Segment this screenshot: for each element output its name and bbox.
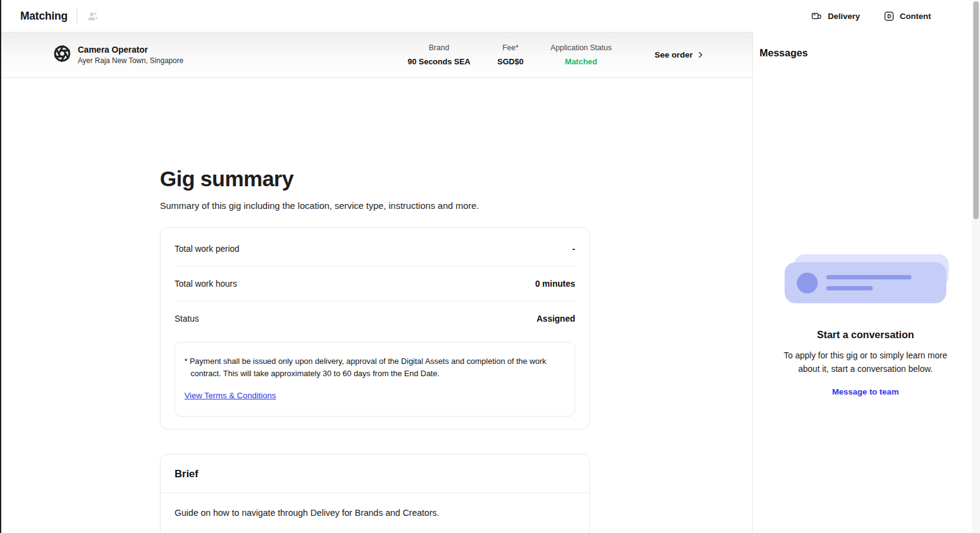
gig-header: Camera Operator Ayer Raja New Town, Sing… bbox=[1, 32, 752, 78]
brief-card: Brief Guide on how to navigate through D… bbox=[160, 454, 590, 533]
brief-description: Guide on how to navigate through Delivey… bbox=[175, 508, 575, 518]
gig-summary-section: Gig summary Summary of this gig includin… bbox=[1, 78, 591, 533]
meta-brand: Brand 90 Seconds SEA bbox=[407, 43, 470, 66]
messages-empty-state: Start a conversation To apply for this g… bbox=[760, 262, 971, 396]
scrollbar-track[interactable] bbox=[972, 0, 980, 533]
messages-panel: Messages Start a conversation To apply f… bbox=[753, 32, 980, 533]
page-tab-matching: Matching bbox=[20, 10, 67, 23]
nav-content[interactable]: Content bbox=[883, 10, 931, 22]
gig-identity: Camera Operator Ayer Raja New Town, Sing… bbox=[53, 45, 183, 65]
row-label: Status bbox=[175, 314, 199, 323]
meta-brand-label: Brand bbox=[407, 43, 470, 52]
row-value: - bbox=[572, 244, 575, 254]
chevron-right-icon bbox=[696, 51, 704, 59]
messages-title: Messages bbox=[760, 47, 971, 59]
text-line bbox=[826, 275, 911, 279]
text-lines bbox=[826, 275, 911, 290]
nav-delivery-label: Delivery bbox=[827, 12, 860, 21]
row-label: Total work hours bbox=[175, 279, 237, 289]
content-play-icon bbox=[883, 10, 895, 22]
gig-title: Camera Operator bbox=[78, 45, 183, 55]
topbar-divider bbox=[77, 9, 77, 23]
payment-note-text: * Payment shall be issued only upon deli… bbox=[184, 355, 565, 380]
empty-state-body: To apply for this gig or to simply learn… bbox=[780, 349, 951, 376]
page-title: Gig summary bbox=[160, 167, 591, 191]
top-bar: Matching Delivery bbox=[1, 0, 980, 32]
meta-fee: Fee* SGD$0 bbox=[497, 43, 524, 66]
row-value: 0 minutes bbox=[535, 279, 575, 289]
app-window: Matching Delivery bbox=[0, 0, 980, 533]
main-panel: Camera Operator Ayer Raja New Town, Sing… bbox=[1, 32, 753, 533]
people-icon[interactable] bbox=[86, 10, 99, 23]
message-to-team-link[interactable]: Message to team bbox=[832, 387, 899, 396]
text-line bbox=[826, 286, 873, 290]
meta-application-status: Application Status Matched bbox=[551, 43, 612, 66]
gig-location: Ayer Raja New Town, Singapore bbox=[78, 56, 183, 65]
topbar-nav: Delivery Content bbox=[811, 10, 931, 22]
nav-delivery[interactable]: Delivery bbox=[811, 10, 860, 22]
meta-fee-value: SGD$0 bbox=[497, 57, 524, 66]
row-label: Total work period bbox=[175, 244, 239, 254]
brief-title: Brief bbox=[160, 455, 589, 493]
gig-meta: Brand 90 Seconds SEA Fee* SGD$0 Applicat… bbox=[407, 43, 704, 66]
meta-status-label: Application Status bbox=[551, 43, 612, 52]
meta-brand-value: 90 Seconds SEA bbox=[407, 57, 470, 66]
summary-card: Total work period - Total work hours 0 m… bbox=[160, 227, 590, 429]
page-subtitle: Summary of this gig including the locati… bbox=[160, 200, 591, 211]
see-order-button[interactable]: See order bbox=[655, 50, 704, 59]
delivery-truck-icon bbox=[811, 10, 823, 22]
nav-content-label: Content bbox=[900, 12, 931, 21]
meta-fee-label: Fee* bbox=[497, 43, 524, 52]
row-value: Assigned bbox=[537, 314, 575, 323]
status-badge: Matched bbox=[551, 57, 612, 66]
avatar bbox=[797, 273, 818, 293]
brief-body: Guide on how to navigate through Delivey… bbox=[160, 493, 589, 533]
summary-row-status: Status Assigned bbox=[175, 301, 575, 336]
terms-conditions-link[interactable]: View Terms & Conditions bbox=[184, 391, 276, 400]
empty-state-heading: Start a conversation bbox=[817, 329, 914, 341]
aperture-icon bbox=[53, 45, 71, 65]
chat-bubble-illustration bbox=[785, 262, 946, 303]
summary-row-work-period: Total work period - bbox=[175, 232, 575, 266]
summary-row-work-hours: Total work hours 0 minutes bbox=[175, 266, 575, 301]
chat-bubble-front bbox=[785, 262, 946, 303]
see-order-label: See order bbox=[655, 50, 693, 59]
payment-note-box: * Payment shall be issued only upon deli… bbox=[175, 342, 575, 417]
scrollbar-thumb[interactable] bbox=[973, 1, 979, 219]
